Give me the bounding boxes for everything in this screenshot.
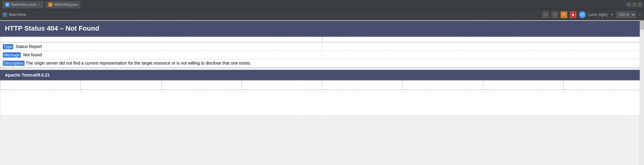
bottom-grid-cell-6	[402, 81, 483, 90]
footer-bar: Apache Tomcat/9.0.21	[0, 70, 644, 80]
type-label: Type	[3, 44, 13, 49]
minimize-button[interactable]	[627, 2, 631, 7]
grid-overlay-top	[0, 37, 644, 42]
empty-bottom-area	[0, 91, 644, 116]
bottom-grid-cell-1	[0, 81, 81, 90]
message-value: Not found	[23, 52, 42, 57]
theme-label: Lumo (light)	[588, 13, 608, 17]
rect-button[interactable]: ▭	[542, 11, 549, 18]
bottom-grid-cell-7	[483, 81, 563, 90]
bottom-grid-cell-3	[161, 81, 242, 90]
grid-cell-1	[0, 37, 322, 42]
tab-mainview-uixml[interactable]: U MainView.uixml ✕	[2, 1, 44, 9]
description-row: Description The origin server did not fi…	[0, 59, 644, 68]
tab-close-uixml[interactable]: ✕	[38, 3, 41, 7]
bottom-grid-cell-8	[563, 81, 644, 90]
scrollbar-track[interactable]	[640, 20, 644, 165]
scrollbar-thumb[interactable]	[640, 20, 644, 29]
tab-label-uixml: MainView.uixml	[11, 2, 36, 7]
toolbar: ⊞ MainView ▭ | ↻ ■ ⟳ Lumo (light) ▼ 100 …	[0, 9, 644, 20]
message-label: Message	[3, 52, 21, 58]
maximize-button[interactable]	[632, 2, 637, 7]
line-button[interactable]: |	[551, 11, 558, 18]
description-value: The origin server did not find a current…	[26, 61, 251, 66]
theme-dropdown-icon[interactable]: ▼	[610, 13, 614, 17]
bottom-grid-cell-5	[322, 81, 402, 90]
type-label-cell: Type Status Report	[3, 44, 162, 49]
footer-label: Apache Tomcat/9.0.21	[5, 73, 50, 77]
browser-content: HTTP Status 404 – Not Found Type Status …	[0, 20, 644, 116]
bottom-grid-cell-2	[81, 81, 161, 90]
description-label: Description	[3, 61, 25, 66]
tab-label-java: MainView.java	[54, 2, 78, 7]
message-row: Message Not found	[0, 51, 644, 59]
http-status-title: HTTP Status 404 – Not Found	[5, 24, 639, 32]
http-status-header: HTTP Status 404 – Not Found	[0, 21, 644, 37]
grid-cell-2	[322, 37, 644, 42]
refresh-icon[interactable]: ↻	[561, 11, 567, 18]
tab-mainview-java[interactable]: J MainView.java	[45, 1, 81, 9]
type-value: Status Report	[16, 44, 42, 49]
main-content: HTTP Status 404 – Not Found Type Status …	[0, 20, 644, 165]
bottom-grid-cell-4	[242, 81, 322, 90]
zoom-expand-icon[interactable]: ⤢	[638, 13, 642, 17]
toolbar-view-label: MainView	[9, 12, 26, 17]
close-button[interactable]	[638, 2, 642, 7]
view-grid-icon: ⊞	[2, 11, 7, 18]
window-controls	[627, 2, 642, 7]
reload-icon[interactable]: ⟳	[579, 11, 586, 18]
toolbar-right: ▭ | ↻ ■ ⟳ Lumo (light) ▼ 100 % 75 % 125 …	[542, 11, 642, 18]
title-bar: U MainView.uixml ✕ J MainView.java	[0, 0, 644, 9]
stop-icon[interactable]: ■	[570, 11, 577, 18]
zoom-select[interactable]: 100 % 75 % 125 % 150 %	[616, 11, 636, 18]
java-icon: J	[48, 2, 52, 7]
type-row: Type Status Report	[0, 43, 644, 51]
info-table-wrapper: Type Status Report Message Not found Des…	[0, 42, 644, 68]
bottom-grid	[0, 80, 644, 90]
uixml-icon: U	[5, 2, 10, 7]
